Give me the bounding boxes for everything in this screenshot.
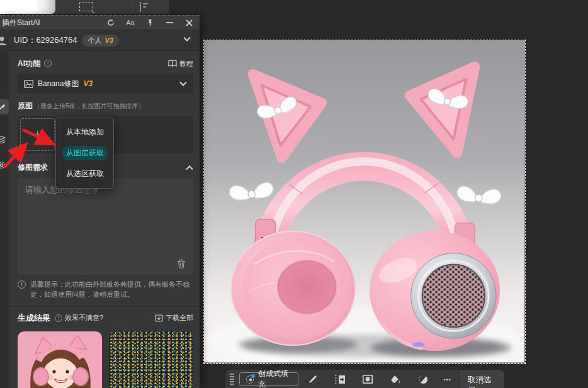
add-image-context-menu: 从本地添加 从图层获取 从选区获取 (55, 118, 114, 189)
user-icon (0, 35, 8, 47)
menu-item-add-from-local[interactable]: 从本地添加 (56, 122, 113, 143)
rail-tool-icon-active[interactable] (0, 99, 9, 114)
marquee-tool-icon[interactable] (79, 3, 93, 11)
generative-sparkle-icon (246, 375, 254, 384)
menu-item-get-from-selection[interactable]: 从选区获取 (56, 164, 113, 184)
prompt-input-area (18, 178, 193, 275)
add-image-button[interactable]: + (20, 118, 55, 151)
photoshop-workspace: 插件StartAI Aa UID：629264764 (0, 0, 588, 388)
ai-section-title: AI功能 (18, 58, 40, 69)
font-size-icon[interactable]: Aa (126, 18, 135, 27)
brush-icon[interactable] (298, 373, 326, 385)
generative-fill-button[interactable]: 创成式填充 (239, 372, 298, 386)
results-thumbnails (18, 331, 193, 388)
chevron-up-icon[interactable] (186, 165, 193, 170)
plugin-content: AI功能 ! 教程 Banana修图 V3 原图 （最多上传5张，长按图片可拖拽… (9, 52, 200, 388)
model-name: Banana修图 (38, 79, 79, 89)
result-thumbnail-noise[interactable] (109, 331, 193, 388)
results-label: 生成结果 (18, 313, 50, 324)
mask-icon[interactable] (354, 373, 382, 385)
fill-bucket-icon[interactable] (382, 373, 409, 385)
minimize-icon[interactable] (165, 18, 174, 27)
rail-settings-icon[interactable] (0, 157, 9, 172)
results-header: 生成结果 ! 效果不满意? 下载全部 (18, 313, 193, 324)
account-row[interactable]: UID：629264764 个人 V3 (0, 30, 200, 51)
pin-icon[interactable] (145, 18, 154, 27)
expand-selection-icon[interactable] (326, 373, 354, 385)
headphones-image (204, 40, 524, 362)
tutorial-button[interactable]: 教程 (168, 59, 193, 69)
ai-section-header: AI功能 ! 教程 (18, 57, 193, 70)
startai-plugin-panel: 插件StartAI Aa UID：629264764 (0, 15, 200, 388)
background-document-corner (0, 0, 55, 14)
book-icon (168, 60, 177, 67)
feedback-link[interactable]: 效果不满意? (65, 313, 103, 323)
chevron-down-icon[interactable] (183, 36, 191, 42)
contrast-icon[interactable] (409, 373, 437, 385)
download-icon (155, 314, 163, 322)
chevron-down-icon (179, 81, 187, 86)
uid-label: UID：629264764 (14, 35, 77, 46)
canvas-selection[interactable] (204, 40, 525, 363)
divider (9, 306, 200, 307)
notice-text: 温馨提示：此功能由外部服务商提供，偶有服务不稳定，如遇使用问题，请稍后重试。 (30, 280, 192, 300)
divider (135, 1, 135, 13)
model-version: V3 (83, 79, 93, 88)
menu-item-get-from-layer[interactable]: 从图层获取 (56, 143, 113, 164)
plugin-nav-rail (0, 52, 9, 388)
prompt-label: 修图需求 (18, 162, 48, 173)
rail-layers-icon[interactable] (0, 132, 9, 147)
plugin-titlebar: 插件StartAI Aa (0, 16, 200, 30)
tool-options-icon[interactable] (140, 2, 150, 12)
options-bar (55, 0, 169, 14)
more-options-button[interactable]: ••• (437, 377, 457, 383)
download-all-button[interactable]: 下载全部 (155, 313, 193, 323)
trash-icon[interactable] (177, 259, 186, 269)
model-select-dropdown[interactable]: Banana修图 V3 (18, 74, 193, 93)
contextual-taskbar: 创成式填充 ••• 取消选择 (225, 370, 504, 388)
info-icon: ! (18, 280, 26, 289)
plan-badge: 个人 V3 (82, 35, 118, 47)
result-thumbnail-girl[interactable] (18, 331, 102, 388)
source-hint: （最多上传5张，长按图片可拖拽排序） (34, 102, 145, 111)
refresh-icon[interactable] (106, 18, 115, 27)
drag-handle[interactable] (230, 374, 234, 385)
prompt-textarea[interactable] (18, 178, 193, 275)
close-icon[interactable] (184, 18, 193, 27)
source-label: 原图 (18, 101, 33, 111)
source-images-header: 原图 （最多上传5张，长按图片可拖拽排序） (18, 101, 193, 111)
info-icon[interactable]: ! (44, 60, 52, 67)
service-notice: ! 温馨提示：此功能由外部服务商提供，偶有服务不稳定，如遇使用问题，请稍后重试。 (18, 280, 193, 300)
image-icon (24, 80, 33, 88)
plugin-title: 插件StartAI (2, 18, 40, 28)
info-icon: ! (55, 314, 62, 322)
deselect-button[interactable]: 取消选择 (459, 370, 504, 388)
